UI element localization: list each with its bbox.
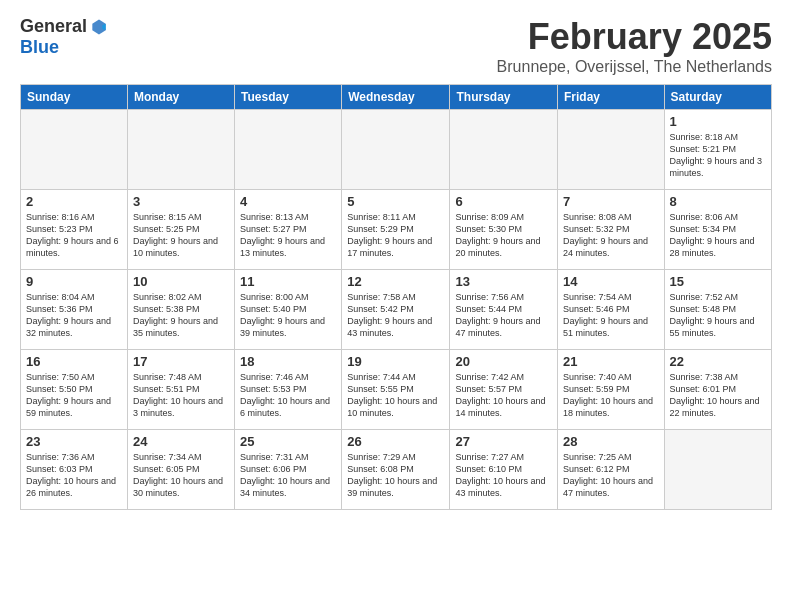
- calendar-cell: 22Sunrise: 7:38 AMSunset: 6:01 PMDayligh…: [664, 350, 771, 430]
- day-info: Sunrise: 8:18 AMSunset: 5:21 PMDaylight:…: [670, 131, 766, 180]
- day-number: 16: [26, 354, 122, 369]
- day-info: Sunrise: 7:42 AMSunset: 5:57 PMDaylight:…: [455, 371, 552, 420]
- col-tuesday: Tuesday: [235, 85, 342, 110]
- calendar-cell: 5Sunrise: 8:11 AMSunset: 5:29 PMDaylight…: [342, 190, 450, 270]
- day-info: Sunrise: 7:44 AMSunset: 5:55 PMDaylight:…: [347, 371, 444, 420]
- day-number: 11: [240, 274, 336, 289]
- day-number: 20: [455, 354, 552, 369]
- calendar-header: Sunday Monday Tuesday Wednesday Thursday…: [21, 85, 772, 110]
- day-number: 10: [133, 274, 229, 289]
- day-number: 28: [563, 434, 659, 449]
- col-thursday: Thursday: [450, 85, 558, 110]
- day-info: Sunrise: 8:06 AMSunset: 5:34 PMDaylight:…: [670, 211, 766, 260]
- day-info: Sunrise: 7:50 AMSunset: 5:50 PMDaylight:…: [26, 371, 122, 420]
- calendar-cell: 24Sunrise: 7:34 AMSunset: 6:05 PMDayligh…: [127, 430, 234, 510]
- calendar-cell: 15Sunrise: 7:52 AMSunset: 5:48 PMDayligh…: [664, 270, 771, 350]
- calendar-table: Sunday Monday Tuesday Wednesday Thursday…: [20, 84, 772, 510]
- day-number: 8: [670, 194, 766, 209]
- calendar-cell: 2Sunrise: 8:16 AMSunset: 5:23 PMDaylight…: [21, 190, 128, 270]
- day-info: Sunrise: 8:09 AMSunset: 5:30 PMDaylight:…: [455, 211, 552, 260]
- title-block: February 2025 Brunnepe, Overijssel, The …: [497, 16, 772, 76]
- day-info: Sunrise: 7:52 AMSunset: 5:48 PMDaylight:…: [670, 291, 766, 340]
- day-info: Sunrise: 7:58 AMSunset: 5:42 PMDaylight:…: [347, 291, 444, 340]
- calendar-body: 1Sunrise: 8:18 AMSunset: 5:21 PMDaylight…: [21, 110, 772, 510]
- main-title: February 2025: [497, 16, 772, 58]
- calendar-cell: 12Sunrise: 7:58 AMSunset: 5:42 PMDayligh…: [342, 270, 450, 350]
- header: General Blue February 2025 Brunnepe, Ove…: [20, 16, 772, 76]
- calendar-cell: 14Sunrise: 7:54 AMSunset: 5:46 PMDayligh…: [558, 270, 665, 350]
- calendar-cell: [450, 110, 558, 190]
- day-info: Sunrise: 8:11 AMSunset: 5:29 PMDaylight:…: [347, 211, 444, 260]
- calendar-cell: 7Sunrise: 8:08 AMSunset: 5:32 PMDaylight…: [558, 190, 665, 270]
- subtitle: Brunnepe, Overijssel, The Netherlands: [497, 58, 772, 76]
- calendar-cell: 4Sunrise: 8:13 AMSunset: 5:27 PMDaylight…: [235, 190, 342, 270]
- day-info: Sunrise: 7:48 AMSunset: 5:51 PMDaylight:…: [133, 371, 229, 420]
- day-number: 4: [240, 194, 336, 209]
- logo-blue-text: Blue: [20, 37, 109, 58]
- calendar-cell: [342, 110, 450, 190]
- calendar-cell: [664, 430, 771, 510]
- day-number: 14: [563, 274, 659, 289]
- week-row-1: 2Sunrise: 8:16 AMSunset: 5:23 PMDaylight…: [21, 190, 772, 270]
- calendar-cell: 6Sunrise: 8:09 AMSunset: 5:30 PMDaylight…: [450, 190, 558, 270]
- day-info: Sunrise: 8:00 AMSunset: 5:40 PMDaylight:…: [240, 291, 336, 340]
- calendar-cell: 17Sunrise: 7:48 AMSunset: 5:51 PMDayligh…: [127, 350, 234, 430]
- day-number: 3: [133, 194, 229, 209]
- day-number: 25: [240, 434, 336, 449]
- calendar-cell: 21Sunrise: 7:40 AMSunset: 5:59 PMDayligh…: [558, 350, 665, 430]
- calendar-cell: 18Sunrise: 7:46 AMSunset: 5:53 PMDayligh…: [235, 350, 342, 430]
- day-info: Sunrise: 8:08 AMSunset: 5:32 PMDaylight:…: [563, 211, 659, 260]
- week-row-3: 16Sunrise: 7:50 AMSunset: 5:50 PMDayligh…: [21, 350, 772, 430]
- calendar-cell: 13Sunrise: 7:56 AMSunset: 5:44 PMDayligh…: [450, 270, 558, 350]
- col-saturday: Saturday: [664, 85, 771, 110]
- calendar-cell: 1Sunrise: 8:18 AMSunset: 5:21 PMDaylight…: [664, 110, 771, 190]
- calendar-cell: 16Sunrise: 7:50 AMSunset: 5:50 PMDayligh…: [21, 350, 128, 430]
- day-number: 19: [347, 354, 444, 369]
- day-number: 7: [563, 194, 659, 209]
- day-info: Sunrise: 7:56 AMSunset: 5:44 PMDaylight:…: [455, 291, 552, 340]
- calendar-cell: 19Sunrise: 7:44 AMSunset: 5:55 PMDayligh…: [342, 350, 450, 430]
- day-number: 17: [133, 354, 229, 369]
- week-row-4: 23Sunrise: 7:36 AMSunset: 6:03 PMDayligh…: [21, 430, 772, 510]
- col-monday: Monday: [127, 85, 234, 110]
- calendar-cell: [127, 110, 234, 190]
- day-info: Sunrise: 7:34 AMSunset: 6:05 PMDaylight:…: [133, 451, 229, 500]
- calendar-cell: [558, 110, 665, 190]
- col-friday: Friday: [558, 85, 665, 110]
- day-number: 15: [670, 274, 766, 289]
- calendar-cell: 10Sunrise: 8:02 AMSunset: 5:38 PMDayligh…: [127, 270, 234, 350]
- day-info: Sunrise: 8:15 AMSunset: 5:25 PMDaylight:…: [133, 211, 229, 260]
- calendar-cell: 11Sunrise: 8:00 AMSunset: 5:40 PMDayligh…: [235, 270, 342, 350]
- calendar-cell: 28Sunrise: 7:25 AMSunset: 6:12 PMDayligh…: [558, 430, 665, 510]
- day-info: Sunrise: 8:16 AMSunset: 5:23 PMDaylight:…: [26, 211, 122, 260]
- header-row: Sunday Monday Tuesday Wednesday Thursday…: [21, 85, 772, 110]
- day-number: 6: [455, 194, 552, 209]
- day-number: 5: [347, 194, 444, 209]
- day-number: 9: [26, 274, 122, 289]
- day-info: Sunrise: 7:31 AMSunset: 6:06 PMDaylight:…: [240, 451, 336, 500]
- col-wednesday: Wednesday: [342, 85, 450, 110]
- calendar-cell: 27Sunrise: 7:27 AMSunset: 6:10 PMDayligh…: [450, 430, 558, 510]
- calendar-cell: 25Sunrise: 7:31 AMSunset: 6:06 PMDayligh…: [235, 430, 342, 510]
- day-number: 2: [26, 194, 122, 209]
- day-info: Sunrise: 7:46 AMSunset: 5:53 PMDaylight:…: [240, 371, 336, 420]
- calendar-cell: [21, 110, 128, 190]
- day-info: Sunrise: 7:38 AMSunset: 6:01 PMDaylight:…: [670, 371, 766, 420]
- day-number: 13: [455, 274, 552, 289]
- col-sunday: Sunday: [21, 85, 128, 110]
- page: General Blue February 2025 Brunnepe, Ove…: [0, 0, 792, 612]
- day-info: Sunrise: 8:13 AMSunset: 5:27 PMDaylight:…: [240, 211, 336, 260]
- week-row-0: 1Sunrise: 8:18 AMSunset: 5:21 PMDaylight…: [21, 110, 772, 190]
- calendar-cell: 26Sunrise: 7:29 AMSunset: 6:08 PMDayligh…: [342, 430, 450, 510]
- day-number: 23: [26, 434, 122, 449]
- calendar-cell: [235, 110, 342, 190]
- day-number: 1: [670, 114, 766, 129]
- day-number: 21: [563, 354, 659, 369]
- day-info: Sunrise: 7:25 AMSunset: 6:12 PMDaylight:…: [563, 451, 659, 500]
- day-number: 18: [240, 354, 336, 369]
- day-info: Sunrise: 7:27 AMSunset: 6:10 PMDaylight:…: [455, 451, 552, 500]
- day-number: 24: [133, 434, 229, 449]
- calendar-cell: 23Sunrise: 7:36 AMSunset: 6:03 PMDayligh…: [21, 430, 128, 510]
- calendar-cell: 9Sunrise: 8:04 AMSunset: 5:36 PMDaylight…: [21, 270, 128, 350]
- day-info: Sunrise: 8:04 AMSunset: 5:36 PMDaylight:…: [26, 291, 122, 340]
